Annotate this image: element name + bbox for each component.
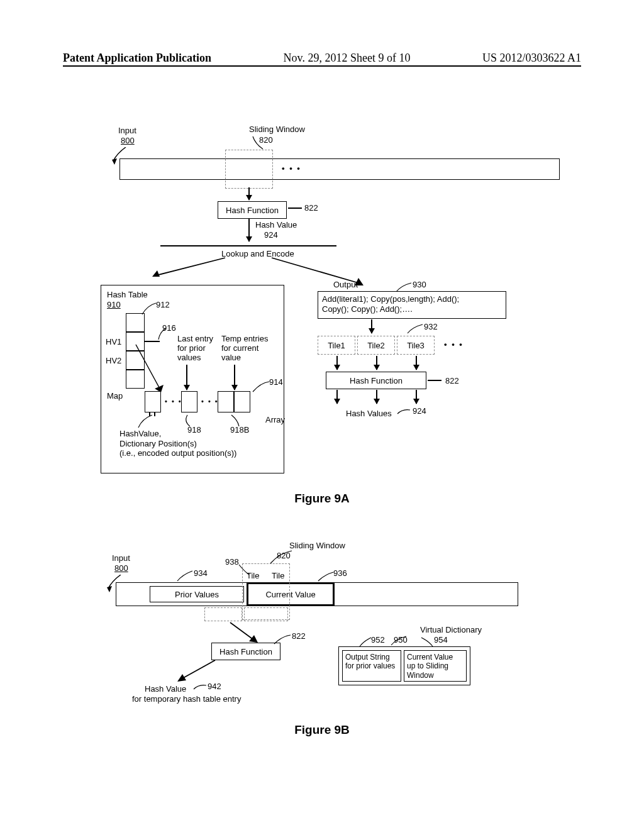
output-num: 930 <box>413 280 426 289</box>
hv2-label: HV2 <box>106 356 121 365</box>
arrow-prior-to-array <box>186 365 187 390</box>
header-rule <box>63 65 581 67</box>
map-caption: HashValue, Dictionary Position(s) (i.e.,… <box>119 429 236 458</box>
array-num: 914 <box>269 377 283 387</box>
sliding-window-num: 820 <box>259 135 273 145</box>
arrow-temp-to-array <box>234 365 235 390</box>
out-prior-l2: for prior values <box>345 661 398 670</box>
tile3-text: Tile3 <box>407 341 425 350</box>
figure-9a: Input 800 Sliding Window 820 • • • Hash … <box>82 113 562 516</box>
hash-values-label: Hash Values <box>346 409 392 418</box>
svg-line-8 <box>230 622 254 640</box>
tiles-leader <box>406 323 424 336</box>
hash-values-num: 924 <box>413 406 426 416</box>
svg-line-3 <box>272 258 358 283</box>
arrow-output-to-tiles <box>371 319 372 333</box>
hash-table-label: Hash Table <box>107 290 148 299</box>
hash-value-label: Hash Value <box>255 220 297 230</box>
input-strip <box>119 158 560 180</box>
prior-entries-l3: values <box>177 353 213 363</box>
hash-fn-num: 822 <box>304 203 318 213</box>
svg-marker-0 <box>112 158 117 165</box>
slidingB-num: 820 <box>277 551 291 560</box>
temp-entries-l3: value <box>221 353 268 363</box>
prior-entries-l2: for prior <box>177 344 213 353</box>
tiles-num: 932 <box>424 322 438 331</box>
hashfnB-leader <box>273 634 292 646</box>
inputB-label: Input <box>112 553 130 563</box>
figure-9b-title: Figure 9B <box>82 723 562 737</box>
temp-entries-l2: for current <box>221 344 268 353</box>
prior-values-text: Prior Values <box>175 590 219 599</box>
input-label: Input <box>118 126 136 135</box>
cur-slide-l2: up to Sliding <box>407 661 464 670</box>
output-box: Add(literal1); Copy(pos,length); Add(); … <box>318 291 506 319</box>
array-dots-2: • • • <box>201 397 219 405</box>
array-cell-2 <box>181 391 197 412</box>
map-caption-l2: Dictionary Position(s) <box>119 439 236 449</box>
arrow-t3 <box>416 356 417 370</box>
svg-marker-2 <box>152 270 160 277</box>
slidingB-label: Sliding Window <box>289 541 345 550</box>
tile1-text: Tile1 <box>328 341 345 350</box>
hash-fn2-box: Hash Function <box>326 372 426 389</box>
arrow-t2 <box>376 356 377 370</box>
hash-function-box: Hash Function <box>218 201 287 219</box>
arrow-hv1-to-array <box>135 343 172 394</box>
temp-entries-caption: Temp entries for current value <box>221 335 268 363</box>
vdict-label: Virtual Dictionary <box>420 625 482 634</box>
array-dots-1: • • • <box>165 397 182 405</box>
prior-entries-l1: Last entry <box>177 335 213 344</box>
inputB-num: 800 <box>114 563 128 573</box>
map-caption-l3: (i.e., encoded output position(s)) <box>119 448 236 458</box>
prior-num: 934 <box>194 568 208 578</box>
prior-entries-caption: Last entry for prior values <box>177 335 213 363</box>
hash-fn2-num: 822 <box>445 376 459 385</box>
map-caption-l1: HashValue, <box>119 429 236 439</box>
entry-curve <box>157 327 169 343</box>
prior-num-leader <box>176 570 194 584</box>
hash-fn-leader <box>288 208 302 209</box>
figure-9b: Input 800 Sliding Window 820 938 934 936… <box>82 541 562 748</box>
array-cell-4 <box>234 391 250 412</box>
tile-right-box <box>244 607 288 621</box>
out-prior-num: 952 <box>371 635 385 645</box>
sliding-window-box <box>225 150 273 189</box>
svg-marker-11 <box>177 674 186 682</box>
output-label: Output <box>333 280 358 289</box>
array-cell-1 <box>145 391 161 412</box>
arrow-hashfn-to-hv <box>176 659 220 684</box>
hashvalB-label: Hash Value <box>145 684 186 694</box>
tile2: Tile2 <box>357 336 395 355</box>
tile-left-box <box>204 607 242 621</box>
hash-values-leader <box>396 407 411 416</box>
col-num: 912 <box>156 300 170 309</box>
arrow-hv-a <box>336 390 338 404</box>
array-914-leader <box>252 380 270 394</box>
arrow-to-lookup <box>248 230 250 241</box>
figure-9a-title: Figure 9A <box>82 492 562 506</box>
arrow-hv-c <box>416 390 417 404</box>
array-cell-3 <box>218 391 234 412</box>
hv1-label: HV1 <box>106 337 121 346</box>
temp-entries-l1: Temp entries <box>221 335 268 344</box>
current-num: 936 <box>333 568 347 578</box>
hashvalB-num: 942 <box>208 682 221 691</box>
hashfnB-label: Hash Function <box>219 647 272 656</box>
line-hv <box>248 219 250 230</box>
sliding-window-label: Sliding Window <box>249 124 305 134</box>
tile1: Tile1 <box>318 336 355 355</box>
hash-table-num: 910 <box>107 300 121 309</box>
cur-slide-box: Current Value up to Sliding Window <box>404 650 467 682</box>
cur-slide-l3: Window <box>407 671 464 680</box>
current-num-leader <box>317 571 335 584</box>
tile3: Tile3 <box>397 336 435 355</box>
array-label: Array <box>265 415 285 424</box>
hashvalB-caption: for temporary hash table entry <box>132 694 241 704</box>
tile2-text: Tile2 <box>367 341 385 350</box>
prior-values-box: Prior Values <box>150 586 244 602</box>
lookup-topline <box>160 245 336 246</box>
svg-marker-9 <box>249 635 258 643</box>
input-num: 800 <box>121 136 135 145</box>
output-line1: Add(literal1); Copy(pos,length); Add(); <box>322 294 502 304</box>
